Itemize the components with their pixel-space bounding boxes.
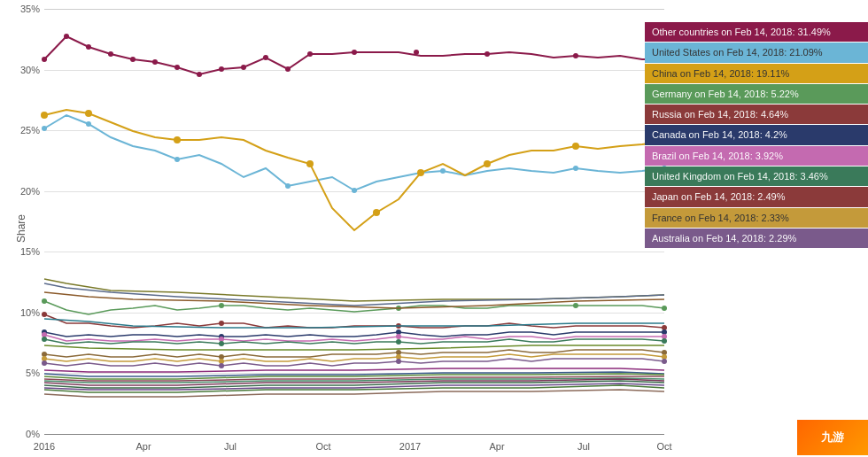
svg-point-23 [352,188,357,193]
x-tick-oct-2017: Oct [656,441,671,452]
x-tick-apr-2017: Apr [489,441,504,452]
svg-point-21 [174,157,180,162]
svg-point-28 [85,110,92,117]
y-tick-5: 5% [0,368,40,378]
svg-point-6 [152,59,158,65]
svg-point-15 [414,50,419,55]
svg-point-30 [306,160,314,167]
grid-line-0 [44,434,664,435]
svg-point-40 [662,306,667,311]
y-axis-label: Share [15,214,27,243]
y-tick-15: 15% [0,246,40,257]
x-tick-2016: 2016 [34,441,55,452]
x-tick-jul-2016: Jul [224,441,236,452]
svg-point-67 [396,359,401,364]
y-tick-30: 30% [0,65,40,75]
legend-item-germany[interactable]: Germany on Feb 14, 2018: 5.22% [645,84,868,104]
legend-item-other[interactable]: Other countries on Feb 14, 2018: 31.49% [645,22,868,42]
svg-point-32 [417,169,424,176]
legend-item-russia[interactable]: Russia on Feb 14, 2018: 4.64% [645,105,868,124]
legend-item-us[interactable]: United States on Feb 14, 2018: 21.09% [645,43,868,62]
svg-point-9 [219,66,224,72]
svg-point-27 [41,112,48,119]
svg-point-16 [484,51,490,57]
legend-item-australia[interactable]: Australia on Feb 14, 2018: 2.29% [645,228,868,248]
svg-point-68 [662,359,667,364]
x-tick-jul-2017: Jul [577,441,590,452]
svg-point-22 [285,183,291,189]
x-tick-oct-2016: Oct [315,441,330,452]
svg-point-33 [484,160,491,167]
svg-point-54 [219,341,224,346]
svg-point-2 [64,34,69,39]
svg-point-41 [42,312,47,317]
y-tick-25: 25% [0,125,40,136]
svg-point-56 [662,338,667,344]
svg-point-51 [396,334,401,339]
y-tick-20: 20% [0,186,40,197]
svg-point-7 [174,65,180,70]
legend-item-china[interactable]: China on Feb 14, 2018: 19.11% [645,64,868,83]
x-tick-2017: 2017 [399,441,421,452]
svg-point-42 [219,321,224,326]
x-tick-apr-2016: Apr [136,441,151,452]
svg-point-29 [174,136,181,143]
legend-item-uk[interactable]: United Kingdom on Feb 14, 2018: 3.46% [645,167,868,186]
svg-point-3 [86,44,91,50]
legend: Other countries on Feb 14, 2018: 31.49% … [645,22,868,248]
svg-point-19 [42,126,47,131]
svg-point-31 [373,209,380,216]
svg-point-8 [197,72,202,77]
y-tick-35: 35% [0,4,40,14]
main-chart-svg [44,9,664,425]
svg-point-36 [42,298,47,304]
y-tick-10: 10% [0,307,40,318]
svg-point-14 [352,50,357,55]
chart-area: 35% 30% 25% 20% 15% 10% 5% 0% 2016 Apr J… [44,9,664,434]
svg-point-10 [241,65,246,70]
svg-point-39 [573,303,578,308]
svg-point-12 [285,66,291,72]
svg-point-65 [42,360,47,366]
watermark: 九游 [797,420,868,455]
svg-point-5 [130,57,136,62]
svg-point-37 [219,303,224,308]
legend-item-brazil[interactable]: Brazil on Feb 14, 2018: 3.92% [645,146,868,166]
chart-container: Share JS chart by amCharts 35% 30% 25% 2… [0,0,868,457]
svg-point-34 [572,143,579,150]
svg-point-1 [42,57,47,62]
svg-point-11 [263,55,268,60]
y-tick-0: 0% [0,429,40,439]
legend-item-france[interactable]: France on Feb 14, 2018: 2.33% [645,208,868,228]
svg-point-20 [86,121,91,127]
svg-point-55 [396,339,401,345]
svg-point-4 [108,51,113,57]
svg-point-13 [307,51,313,57]
legend-item-japan[interactable]: Japan on Feb 14, 2018: 2.49% [645,187,868,206]
legend-item-canada[interactable]: Canada on Feb 14, 2018: 4.2% [645,125,868,144]
svg-point-17 [573,53,578,58]
svg-point-25 [573,166,578,171]
svg-point-24 [440,168,446,174]
svg-point-53 [42,337,47,342]
svg-point-66 [219,363,224,368]
